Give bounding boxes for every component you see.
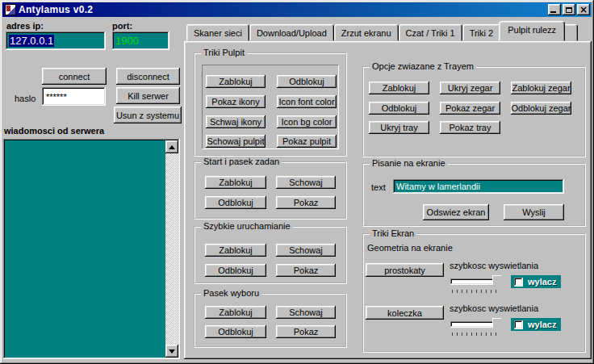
tab-skaner-sieci[interactable]: Skaner sieci bbox=[186, 24, 249, 41]
koleczka-button[interactable]: koleczka bbox=[366, 306, 444, 320]
pokaz-zegar-button[interactable]: Pokaz zegar bbox=[440, 102, 500, 115]
app-icon[interactable] bbox=[5, 4, 16, 15]
disconnect-button[interactable]: disconnect bbox=[116, 68, 180, 85]
ip-label: adres ip: bbox=[6, 21, 44, 31]
title-bar[interactable]: Antylamus v0.2 × bbox=[2, 2, 592, 17]
disable-label-2: wylacz bbox=[528, 320, 556, 329]
wyboru-odblokuj-button[interactable]: Odblokuj bbox=[205, 325, 266, 338]
close-button[interactable]: × bbox=[577, 4, 590, 15]
tab-zrzut-ekranu[interactable]: Zrzut ekranu bbox=[334, 24, 399, 41]
szybkie-schowaj-button[interactable]: Schowaj bbox=[276, 244, 336, 257]
wyboru-zablokuj-button[interactable]: Zablokuj bbox=[205, 306, 266, 319]
server-messages-memo[interactable] bbox=[3, 139, 180, 359]
text-label: text bbox=[371, 182, 386, 192]
start-odblokuj-button[interactable]: Odblokuj bbox=[205, 196, 266, 209]
speed-label-2: szybkosc wyswietlania bbox=[450, 303, 538, 313]
icon-font-color-button[interactable]: Icon font color bbox=[277, 95, 337, 108]
port-label: port: bbox=[112, 21, 132, 31]
port-input[interactable]: 1900 bbox=[112, 31, 169, 50]
scroll-down-button[interactable] bbox=[165, 345, 178, 358]
screen-text-input[interactable] bbox=[393, 179, 564, 194]
disable-label-1: wylacz bbox=[528, 277, 556, 287]
pokaz-tray-button[interactable]: Pokaz tray bbox=[440, 121, 500, 134]
port-value: 1900 bbox=[115, 35, 139, 47]
prostokaty-button[interactable]: prostokaty bbox=[366, 263, 444, 277]
tab-pulpit-rulezz[interactable]: Pulpit rulezz bbox=[499, 21, 565, 41]
szybkie-pokaz-button[interactable]: Pokaz bbox=[276, 264, 336, 277]
connect-button[interactable]: connect bbox=[42, 68, 107, 85]
tray-odblokuj-button[interactable]: Odblokuj bbox=[369, 102, 429, 115]
group-triki-pulpit: Triki Pulpit Zablokuj Odblokuj Pokaz iko… bbox=[194, 52, 347, 157]
tab-download-upload[interactable]: Download/Upload bbox=[249, 24, 334, 41]
group-pisanie-title: Pisanie na ekranie bbox=[370, 158, 448, 168]
minimize-icon bbox=[550, 11, 556, 13]
speed-label-1: szybkosc wyswietlania bbox=[450, 261, 538, 270]
szybkie-zablokuj-button[interactable]: Zablokuj bbox=[205, 244, 266, 257]
schowaj-ikony-button[interactable]: Schwaj ikony bbox=[206, 115, 266, 128]
group-pasek-wyboru-title: Pasek wyboru bbox=[201, 288, 261, 298]
start-schowaj-button[interactable]: Schowaj bbox=[276, 176, 336, 189]
window-title: Antylamus v0.2 bbox=[19, 4, 546, 15]
checkbox-icon[interactable] bbox=[514, 320, 523, 329]
group-pisanie: Pisanie na ekranie text Odswiez ekran Wy… bbox=[362, 163, 586, 227]
disable-checkbox-2[interactable]: wylacz bbox=[511, 318, 561, 331]
ip-input[interactable]: 127.0.0.1 bbox=[6, 31, 106, 50]
checkbox-icon[interactable] bbox=[514, 278, 523, 287]
scroll-up-button[interactable] bbox=[165, 140, 178, 153]
close-icon: × bbox=[579, 6, 588, 14]
maximize-icon bbox=[566, 7, 572, 13]
app-window: Antylamus v0.2 × adres ip: port: 127.0.0… bbox=[0, 0, 594, 364]
start-pokaz-button[interactable]: Pokaz bbox=[276, 196, 336, 209]
zablokuj-zegar-button[interactable]: Zablokuj zegar bbox=[511, 82, 571, 94]
pulpit-odblokuj-button[interactable]: Odblokuj bbox=[277, 75, 337, 88]
schowaj-pulpit-button[interactable]: Schowaj pulpit bbox=[206, 135, 266, 148]
refresh-screen-button[interactable]: Odswiez ekran bbox=[423, 204, 489, 220]
minimize-button[interactable] bbox=[548, 4, 561, 15]
start-zablokuj-button[interactable]: Zablokuj bbox=[205, 176, 266, 189]
tab-empty-stub bbox=[563, 24, 578, 41]
remove-from-system-button[interactable]: Usun z systemu bbox=[114, 107, 182, 123]
tab-czat-triki-1[interactable]: Czat / Triki 1 bbox=[399, 24, 462, 41]
memo-scrollbar[interactable] bbox=[165, 140, 178, 358]
send-button[interactable]: Wyslij bbox=[504, 204, 564, 220]
maximize-button[interactable] bbox=[563, 4, 575, 15]
pulpit-zablokuj-button[interactable]: Zablokuj bbox=[206, 75, 266, 88]
tab-triki-2[interactable]: Triki 2 bbox=[462, 24, 501, 41]
kill-server-button[interactable]: Kill serwer bbox=[116, 87, 180, 104]
disable-checkbox-1[interactable]: wylacz bbox=[511, 275, 561, 288]
group-start-pasek: Start i pasek zadan Zablokuj Schowaj Odb… bbox=[194, 161, 347, 220]
szybkie-odblokuj-button[interactable]: Odblokuj bbox=[205, 264, 266, 277]
group-szybkie-title: Szybkie uruchamianie bbox=[201, 221, 293, 231]
group-szybkie: Szybkie uruchamianie Zablokuj Schowaj Od… bbox=[194, 226, 347, 284]
wyboru-schowaj-button[interactable]: Schowaj bbox=[276, 306, 336, 319]
slider-thumb[interactable] bbox=[492, 318, 501, 332]
server-messages-label: wiadomosci od serwera bbox=[4, 126, 104, 136]
group-start-pasek-title: Start i pasek zadan bbox=[201, 157, 282, 166]
arrow-up-icon bbox=[169, 145, 175, 149]
triki-pulpit-panel: Zablokuj Odblokuj Pokaz ikony Icon font … bbox=[202, 65, 339, 149]
odblokuj-zegar-button[interactable]: Odblokuj zegar bbox=[511, 102, 571, 115]
group-triki-ekran-title: Triki Ekran bbox=[370, 228, 416, 238]
tab-strip: Skaner sieci Download/Upload Zrzut ekran… bbox=[186, 24, 578, 41]
group-pasek-wyboru: Pasek wyboru Zablokuj Schowaj Odblokuj P… bbox=[194, 293, 347, 348]
slider-thumb[interactable] bbox=[492, 275, 501, 289]
speed-slider-1[interactable] bbox=[450, 275, 505, 293]
slider-ticks bbox=[452, 290, 499, 293]
tray-zablokuj-button[interactable]: Zablokuj bbox=[369, 82, 429, 94]
ukryj-tray-button[interactable]: Ukryj tray bbox=[369, 121, 429, 134]
icon-bg-color-button[interactable]: Icon bg color bbox=[277, 115, 337, 128]
pokaz-pulpit-button[interactable]: Pokaz pulpit bbox=[277, 135, 337, 148]
password-input[interactable] bbox=[42, 87, 106, 106]
ukryj-zegar-button[interactable]: Ukryj zegar bbox=[440, 82, 500, 94]
wyboru-pokaz-button[interactable]: Pokaz bbox=[276, 325, 336, 338]
ip-value: 127.0.0.1 bbox=[9, 35, 54, 47]
group-tray-title: Opcje zwiazane z Trayem bbox=[370, 61, 476, 71]
pokaz-ikony-button[interactable]: Pokaz ikony bbox=[206, 95, 266, 108]
group-triki-ekran: Triki Ekran Geometria na ekranie prostok… bbox=[362, 233, 586, 353]
group-triki-pulpit-title: Triki Pulpit bbox=[201, 48, 247, 57]
speed-slider-2[interactable] bbox=[450, 318, 505, 336]
geometry-label: Geometria na ekranie bbox=[367, 243, 453, 253]
tabpage-pulpit-rulezz: Triki Pulpit Zablokuj Odblokuj Pokaz iko… bbox=[184, 41, 592, 359]
group-tray: Opcje zwiazane z Trayem Zablokuj Ukryj z… bbox=[362, 66, 586, 157]
password-label: haslo bbox=[15, 94, 36, 103]
